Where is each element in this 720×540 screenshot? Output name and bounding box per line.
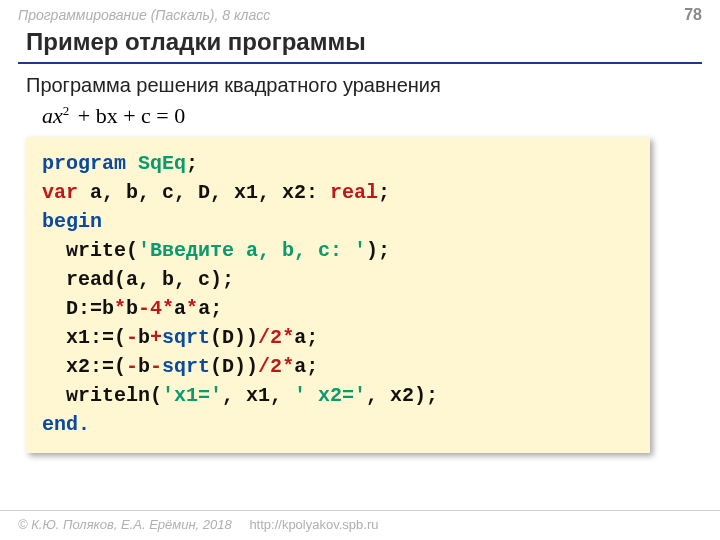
code-text: (D)) [210, 355, 258, 378]
op-minus: - [138, 297, 150, 320]
code-text: D:=b [42, 297, 114, 320]
copyright: © К.Ю. Поляков, Е.А. Ерёмин, 2018 [18, 517, 232, 532]
code-text: writeln( [42, 384, 162, 407]
slide-title: Пример отладки программы [0, 24, 720, 58]
var-list: a, b, c, D, x1, x2: [78, 181, 330, 204]
code-text: a; [294, 355, 318, 378]
kw-begin: begin [42, 210, 102, 233]
op-plus: + [150, 326, 162, 349]
num: 4 [150, 297, 162, 320]
semi: ; [378, 181, 390, 204]
fn-sqrt: sqrt [162, 355, 210, 378]
op-star: * [114, 297, 126, 320]
code-text: ); [366, 239, 390, 262]
code-text: x2:=( [42, 355, 126, 378]
string-literal: 'x1=' [162, 384, 222, 407]
formula-ax: ax [42, 103, 63, 128]
code-text: , x1, [222, 384, 294, 407]
semi: ; [186, 152, 198, 175]
code-text: , x2); [366, 384, 438, 407]
formula-rest: + bx + c = 0 [69, 103, 188, 128]
code-text: a; [198, 297, 222, 320]
code-text: x1:=( [42, 326, 126, 349]
program-name: SqEq [138, 152, 186, 175]
op-star: * [282, 355, 294, 378]
op-div: / [258, 355, 270, 378]
code-block: program SqEq; var a, b, c, D, x1, x2: re… [26, 137, 650, 453]
page-number: 78 [684, 6, 702, 24]
code-text: b [126, 297, 138, 320]
code-text: b [138, 326, 150, 349]
code-text: a; [294, 326, 318, 349]
course-label: Программирование (Паскаль), 8 класс [18, 7, 270, 23]
kw-program: program [42, 152, 138, 175]
string-literal: 'Введите a, b, c: ' [138, 239, 366, 262]
code-text: write( [42, 239, 138, 262]
op-minus: - [126, 326, 138, 349]
num: 2 [270, 326, 282, 349]
num: 2 [270, 355, 282, 378]
code-text: read(a, b, c); [42, 268, 234, 291]
code-text: a [174, 297, 186, 320]
kw-real: real [330, 181, 378, 204]
op-minus: - [150, 355, 162, 378]
code-text: (D)) [210, 326, 258, 349]
op-div: / [258, 326, 270, 349]
kw-end: end. [42, 413, 90, 436]
equation: ax2 + bx + c = 0 [0, 103, 720, 137]
slide-footer: © К.Ю. Поляков, Е.А. Ерёмин, 2018 http:/… [0, 510, 720, 540]
op-star: * [282, 326, 294, 349]
title-rule [18, 62, 702, 64]
string-literal: ' x2=' [294, 384, 366, 407]
slide-subtitle: Программа решения квадратного уравнения [0, 74, 720, 103]
fn-sqrt: sqrt [162, 326, 210, 349]
slide-header: Программирование (Паскаль), 8 класс 78 [0, 0, 720, 24]
op-star: * [162, 297, 174, 320]
op-star: * [186, 297, 198, 320]
op-minus: - [126, 355, 138, 378]
footer-url: http://kpolyakov.spb.ru [249, 517, 378, 532]
code-text: b [138, 355, 150, 378]
kw-var: var [42, 181, 78, 204]
